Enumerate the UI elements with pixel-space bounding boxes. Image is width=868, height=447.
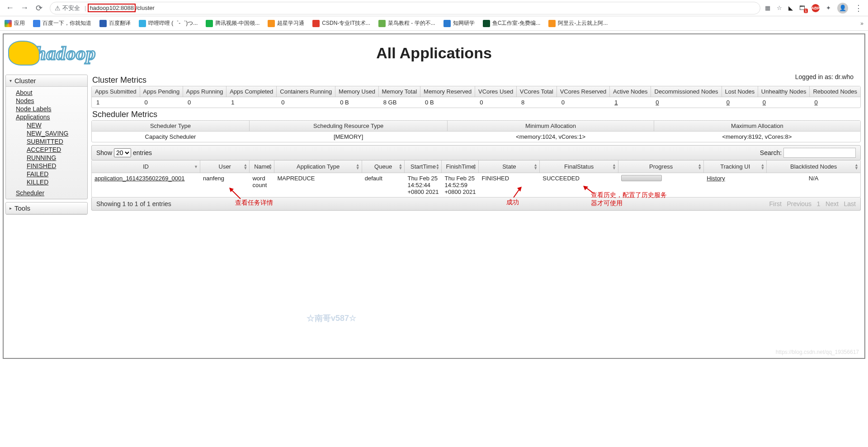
bookmark-item[interactable]: 哔哩哔哩 (゜-゜)つ... [139,19,198,27]
extension-icon-2[interactable]: 🗔1 [799,5,805,11]
cm-header: Decommissioned Nodes [651,86,722,97]
cell-progress [618,173,704,197]
expand-icon: ▸ [9,206,12,211]
sidebar-link-nodes[interactable]: Nodes [6,97,87,105]
bookmark-item[interactable]: CSDN-专业IT技术... [312,19,370,27]
sidebar-link-node-labels[interactable]: Node Labels [6,105,87,113]
profile-icon[interactable]: 👤 [837,3,848,14]
bookmark-item[interactable]: 鱼C工作室-免费编... [483,19,541,27]
datatable-toolbar: Show 20 entries Search: [91,145,861,160]
cm-value: 0 [277,97,335,108]
sm-value: <memory:1024, vCores:1> [448,132,654,142]
search-input[interactable] [783,148,856,158]
sidebar-state-submitted[interactable]: SUBMITTED [6,137,87,146]
bookmark-favicon [99,20,107,27]
sidebar-state-failed[interactable]: FAILED [6,170,87,178]
cell-track: History [704,173,767,197]
pager-page[interactable]: 1 [817,200,821,207]
sidebar-state-accepted[interactable]: ACCEPTED [6,146,87,154]
page-size-select[interactable]: 20 [114,148,131,157]
sidebar-cluster-header[interactable]: ▾Cluster [6,75,87,87]
address-bar[interactable]: ⚠ 不安全 | hadoop102:8088 /cluster [50,2,760,14]
bookmark-star-icon[interactable]: ☆ [777,5,782,11]
apps-header[interactable]: FinalStatus▲▼ [540,160,618,173]
apps-header[interactable]: User▲▼ [200,160,250,173]
cluster-metrics-table: Apps SubmittedApps PendingApps RunningAp… [91,86,861,108]
apps-header[interactable]: FinishTime▲▼ [442,160,479,173]
bookmark-item[interactable]: 阿里云-上云就上阿... [548,19,608,27]
pager-first[interactable]: First [769,200,782,207]
sidebar-link-scheduler[interactable]: Scheduler [6,189,87,197]
sidebar-tools-header[interactable]: ▸Tools [6,202,87,214]
sidebar-state-new[interactable]: NEW [6,121,87,129]
sort-icon: ▲▼ [436,164,440,170]
bookmark-item[interactable]: 菜鸟教程 - 学的不... [378,19,435,27]
apps-header[interactable]: Blacklisted Nodes▲▼ [767,160,860,173]
cm-value[interactable]: 0 [651,97,722,108]
cm-value[interactable]: 1 [610,97,651,108]
apps-header[interactable]: ID▼ [92,160,200,173]
entries-label: entries [133,149,152,156]
cm-header: Memory Used [335,86,378,97]
pager-prev[interactable]: Previous [787,200,811,207]
apps-header[interactable]: Tracking UI▲▼ [704,160,767,173]
bookmark-favicon [312,20,320,27]
pager-last[interactable]: Last [844,200,856,207]
pager-next[interactable]: Next [826,200,839,207]
cell-blacklist: N/A [767,173,860,197]
cm-value: 0 B [335,97,378,108]
bookmark-favicon [483,20,490,27]
csdn-watermark: https://blog.csdn.net/qq_19356617 [776,349,859,355]
cm-value: 0 B [420,97,475,108]
bookmark-favicon [139,20,146,27]
apps-header[interactable]: Queue▲▼ [362,160,405,173]
bookmark-item[interactable]: 腾讯视频-中国领... [206,19,259,27]
apps-button[interactable]: 应用 [5,19,25,27]
apps-header[interactable]: StartTime▲▼ [405,160,442,173]
bookmark-item[interactable]: 百度一下，你就知道 [33,19,91,27]
datatable-footer: Showing 1 to 1 of 1 entries First Previo… [91,198,861,211]
sort-icon: ▲▼ [244,164,248,170]
cm-header: VCores Total [517,86,557,97]
apps-header[interactable]: Application Type▲▼ [274,160,362,173]
sidebar-link-about[interactable]: About [6,89,87,97]
sort-icon: ▲▼ [356,164,360,170]
search-label: Search: [760,149,782,156]
sm-value: Capacity Scheduler [92,132,250,142]
cm-value: 8 [517,97,557,108]
url-path: /cluster [136,5,155,11]
cm-value[interactable]: 0 [722,97,758,108]
extensions-icon[interactable]: ✦ [826,5,831,11]
bookmark-item[interactable]: 超星学习通 [268,19,304,27]
back-button[interactable]: ← [4,2,16,14]
bookmark-item[interactable]: 知网研学 [443,19,475,27]
sidebar-state-running[interactable]: RUNNING [6,154,87,162]
cm-value[interactable]: 0 [758,97,810,108]
menu-icon[interactable]: ⋮ [854,3,863,13]
cm-value: 1 [226,97,277,108]
cm-value[interactable]: 0 [810,97,860,108]
sidebar-state-killed[interactable]: KILLED [6,178,87,186]
reload-button[interactable]: ⟳ [33,2,45,14]
extension-icon-1[interactable]: ◣ [788,5,793,11]
sidebar-state-finished[interactable]: FINISHED [6,162,87,170]
cm-header: Apps Running [183,86,226,97]
cm-header: Unhealthy Nodes [758,86,810,97]
bookmarks-overflow-icon[interactable]: » [860,20,863,27]
bookmark-item[interactable]: 百度翻译 [99,19,131,27]
adblock-icon[interactable]: ABP [811,4,820,12]
cell-start: Thu Feb 25 14:52:44 +0800 2021 [405,173,442,197]
tracking-link[interactable]: History [707,175,725,182]
forward-button[interactable]: → [18,2,31,14]
sidebar-link-applications[interactable]: Applications [6,113,87,121]
apps-header[interactable]: Name▲▼ [250,160,274,173]
cm-header: Memory Reserved [420,86,475,97]
cm-header: VCores Reserved [557,86,610,97]
app-id-link[interactable]: application_1614235602269_0001 [94,175,185,182]
sidebar-state-new_saving[interactable]: NEW_SAVING [6,129,87,137]
qr-icon[interactable]: ▦ [765,5,770,11]
cm-header: Containers Running [277,86,335,97]
apps-header[interactable]: State▲▼ [479,160,540,173]
apps-header[interactable]: Progress▲▼ [618,160,704,173]
cm-header: Apps Completed [226,86,277,97]
